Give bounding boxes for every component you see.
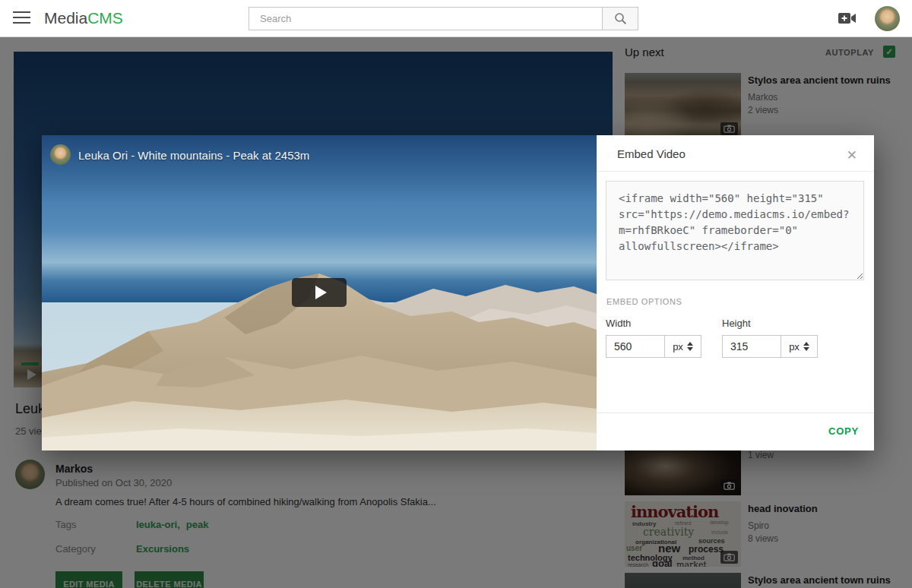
preview-title-gradient — [42, 135, 597, 204]
embed-preview-player[interactable]: Leuka Ori - White mountains - Peak at 24… — [42, 135, 597, 450]
up-down-arrows-icon — [687, 342, 693, 351]
embed-options-heading: EMBED OPTIONS — [606, 297, 682, 306]
big-play-button[interactable] — [292, 278, 347, 307]
copy-button[interactable]: COPY — [828, 425, 859, 437]
height-label: Height — [722, 318, 818, 329]
mediacms-app: Leuka Ori - White mountains - Peak at 24… — [0, 0, 912, 588]
preview-author-avatar[interactable] — [50, 144, 71, 165]
close-icon[interactable]: ✕ — [844, 144, 860, 166]
height-field: Height px — [722, 318, 818, 358]
up-down-arrows-icon — [803, 342, 809, 351]
height-unit-select[interactable]: px — [781, 335, 818, 358]
height-unit-value: px — [789, 341, 800, 352]
hamburger-menu-icon[interactable] — [13, 11, 30, 24]
search-icon — [614, 12, 627, 25]
play-triangle-icon — [315, 286, 327, 299]
modal-title-divider — [597, 171, 874, 172]
width-unit-select[interactable]: px — [665, 335, 701, 358]
video-upload-icon[interactable] — [838, 11, 857, 26]
brand-media: Media — [44, 9, 87, 27]
search-input[interactable] — [249, 7, 602, 30]
width-field: Width px — [606, 318, 701, 358]
embed-dialog: Embed Video ✕ <iframe width="560" height… — [597, 135, 874, 450]
search-button[interactable] — [602, 7, 638, 30]
brand-cms: CMS — [87, 9, 123, 27]
modal-title: Embed Video — [617, 147, 686, 160]
embed-code-textarea[interactable]: <iframe width="560" height="315" src="ht… — [606, 181, 864, 280]
width-label: Width — [606, 318, 701, 329]
preview-video-title: Leuka Ori - White mountains - Peak at 24… — [78, 149, 309, 162]
height-input[interactable] — [722, 335, 781, 358]
width-input[interactable] — [606, 335, 665, 358]
embed-video-modal: Leuka Ori - White mountains - Peak at 24… — [42, 135, 874, 450]
mediacms-logo[interactable]: MediaCMS — [44, 0, 123, 36]
user-avatar[interactable] — [875, 6, 900, 31]
search-bar — [249, 7, 638, 30]
top-navbar: MediaCMS — [0, 0, 912, 37]
width-unit-value: px — [673, 341, 683, 352]
modal-footer: COPY — [597, 413, 874, 450]
